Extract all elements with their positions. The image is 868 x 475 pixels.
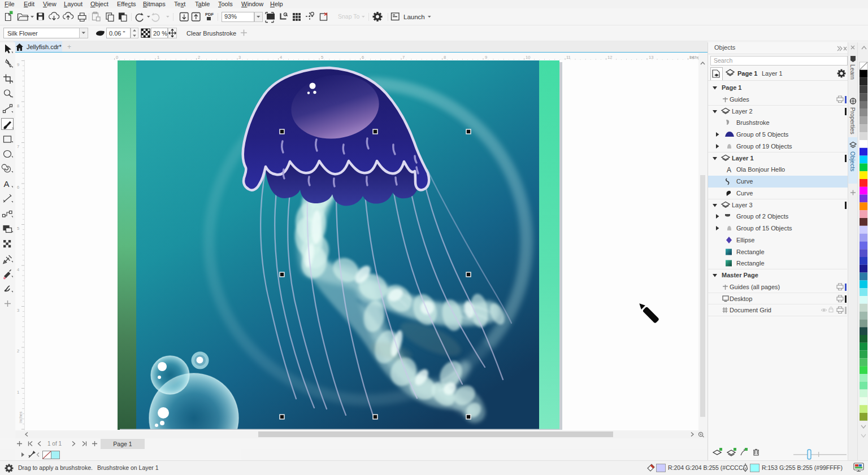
svg-text:7: 7 [17, 144, 19, 149]
svg-text:3: 3 [238, 55, 241, 60]
svg-text:Clear Brushstroke: Clear Brushstroke [186, 30, 236, 37]
svg-text:Silk Flower: Silk Flower [7, 30, 38, 37]
svg-text:A: A [727, 166, 731, 174]
svg-text:Snap To: Snap To [338, 13, 359, 20]
svg-text:11: 11 [566, 55, 571, 60]
svg-text:Launch: Launch [403, 14, 425, 20]
svg-text:5: 5 [17, 226, 19, 231]
svg-text:1: 1 [157, 55, 159, 60]
svg-text:3: 3 [17, 308, 19, 313]
svg-text:2: 2 [17, 348, 19, 354]
svg-text:PDF: PDF [205, 12, 214, 17]
svg-text:5: 5 [321, 55, 323, 60]
svg-text:A: A [4, 179, 10, 189]
svg-text:4: 4 [17, 267, 19, 272]
svg-text:6: 6 [362, 55, 364, 60]
svg-text:0: 0 [116, 55, 118, 60]
svg-text:13: 13 [649, 55, 653, 60]
svg-text:0.06 ": 0.06 " [109, 30, 125, 37]
svg-text:9: 9 [17, 62, 19, 67]
svg-text:9: 9 [485, 55, 487, 60]
svg-text:inches: inches [19, 411, 23, 423]
svg-text:2: 2 [198, 55, 200, 60]
svg-text:10: 10 [526, 55, 530, 60]
svg-text:inches: inches [689, 55, 698, 60]
svg-text:20 %: 20 % [153, 30, 167, 37]
svg-text:12: 12 [607, 55, 612, 60]
svg-text:1 of 1: 1 of 1 [47, 441, 62, 447]
svg-text:7: 7 [402, 55, 405, 60]
svg-text:6: 6 [17, 185, 19, 190]
svg-text:1: 1 [17, 390, 19, 395]
svg-text:8: 8 [444, 55, 446, 60]
svg-text:8: 8 [17, 103, 19, 108]
svg-text:93%: 93% [224, 13, 237, 20]
svg-text:4: 4 [280, 55, 282, 60]
